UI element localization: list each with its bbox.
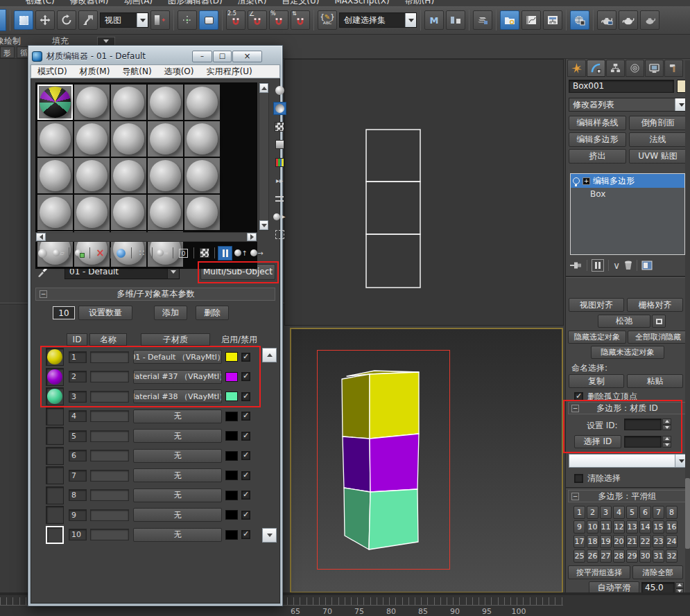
smoothing-group-button[interactable]: 21 <box>626 535 638 548</box>
shaded-box-stack[interactable] <box>291 329 562 592</box>
material-sample-slot-active[interactable] <box>37 85 73 120</box>
select-id-field[interactable] <box>624 436 662 448</box>
menu-item[interactable]: 选项(O) <box>158 66 200 78</box>
submaterial-preview[interactable] <box>46 466 64 484</box>
align-button[interactable] <box>446 10 465 30</box>
material-name-field[interactable] <box>90 509 129 521</box>
go-forward-to-sibling-button[interactable]: → <box>250 246 264 261</box>
set-id-spinner[interactable] <box>662 419 671 430</box>
add-button[interactable]: 添加 <box>154 306 187 320</box>
material-sample-slot[interactable] <box>184 85 220 120</box>
select-id-button[interactable]: 选择 ID <box>574 435 621 448</box>
material-sample-slot[interactable] <box>148 195 183 230</box>
material-sample-slot[interactable] <box>74 121 110 157</box>
smoothing-group-button[interactable]: 10 <box>587 520 598 534</box>
smoothing-group-button[interactable]: 13 <box>626 520 638 534</box>
select-scale-button[interactable] <box>78 10 98 30</box>
submaterial-color-swatch[interactable] <box>225 491 238 500</box>
close-button[interactable]: × <box>232 51 262 62</box>
panel-scrollbar[interactable] <box>685 60 690 613</box>
set-number-button[interactable]: 设置数量 <box>78 306 132 320</box>
tab-modify[interactable] <box>587 60 605 77</box>
smoothing-group-button[interactable]: 25 <box>573 549 585 563</box>
paste-button[interactable]: 粘贴 <box>627 374 683 388</box>
render-production-button[interactable] <box>619 10 638 30</box>
smoothing-group-button[interactable]: 1 <box>573 506 585 519</box>
submaterial-button[interactable]: 无 <box>133 508 222 522</box>
material-id-field[interactable]: 2 <box>69 371 87 382</box>
collapse-icon[interactable]: − <box>40 290 47 298</box>
select-manipulate-button[interactable] <box>178 10 197 30</box>
named-selection-set-dropdown[interactable]: 创建选择集 <box>339 12 417 28</box>
object-name-field[interactable]: Box001 <box>569 80 674 93</box>
submaterial-button[interactable]: Material #38 （VRayMtl） <box>133 389 222 403</box>
undo-button-partial[interactable] <box>0 9 6 31</box>
material-sample-slot[interactable] <box>111 158 146 193</box>
material-name-field[interactable] <box>90 450 129 461</box>
backlight-button[interactable] <box>273 102 286 115</box>
submaterial-color-swatch[interactable] <box>225 391 238 401</box>
rollout-multi-subobject-params[interactable]: − 多维/子对象基本参数 <box>35 288 275 301</box>
smoothing-group-button[interactable]: 7 <box>653 506 664 519</box>
submaterial-button[interactable]: 无 <box>133 528 222 542</box>
material-count-field[interactable]: 10 <box>53 306 75 319</box>
spinner-snap-button[interactable]: ⇅ <box>291 10 310 30</box>
smoothing-group-button[interactable]: 22 <box>639 535 651 548</box>
material-id-field[interactable]: 8 <box>69 489 87 501</box>
tab-display[interactable] <box>645 60 664 77</box>
scroll-right-button[interactable] <box>247 233 257 241</box>
submaterial-button[interactable]: 无 <box>133 489 222 502</box>
maximize-button[interactable]: □ <box>213 51 232 62</box>
assign-material-to-selection-button[interactable] <box>72 246 87 261</box>
viewport-front-wireframe[interactable] <box>284 59 564 326</box>
reference-coordinate-dropdown[interactable]: 视图 <box>100 12 148 28</box>
column-header-submaterial[interactable]: 子材质 <box>141 333 210 346</box>
stack-item-box[interactable]: Box <box>571 188 684 200</box>
modifier-preset-button[interactable]: 挤出 <box>569 149 626 164</box>
material-sample-slot[interactable] <box>74 85 110 120</box>
menu-item[interactable]: 渲染(R) <box>230 0 275 6</box>
go-to-parent-button[interactable]: ↑ <box>234 246 248 261</box>
sample-horizontal-scrollbar[interactable] <box>35 232 257 242</box>
material-map-navigator-button[interactable] <box>273 228 286 241</box>
material-name-field[interactable] <box>90 391 129 403</box>
material-name-field[interactable] <box>90 470 129 482</box>
submaterial-color-swatch[interactable] <box>225 412 238 421</box>
smoothing-group-button[interactable]: 5 <box>626 506 638 519</box>
snap-toggle-button[interactable]: 2.5 <box>226 10 245 30</box>
material-sample-slot[interactable] <box>111 121 146 157</box>
submaterial-color-swatch[interactable] <box>225 451 238 461</box>
video-color-check-button[interactable] <box>273 156 286 169</box>
submaterial-preview[interactable] <box>46 486 64 504</box>
material-sample-slot[interactable] <box>148 121 183 157</box>
material-sample-slot[interactable] <box>37 121 73 157</box>
menu-item[interactable]: 实用程序(U) <box>200 66 258 78</box>
unhide-all-button[interactable]: 全部取消隐藏 <box>628 331 689 344</box>
edit-named-selection-button[interactable]: {✎} ABC <box>318 10 337 30</box>
material-sample-slot[interactable] <box>184 158 220 193</box>
options-button[interactable] <box>273 192 286 205</box>
menu-item[interactable]: 修改器(M) <box>62 0 117 6</box>
smoothing-group-button[interactable]: 26 <box>587 549 598 563</box>
show-end-result-icon[interactable] <box>592 259 604 272</box>
enable-checkbox[interactable] <box>241 511 250 520</box>
mirror-button[interactable]: M <box>424 10 444 30</box>
smoothing-group-button[interactable]: 27 <box>600 549 612 563</box>
material-sample-slot[interactable] <box>111 195 146 230</box>
material-sample-slot[interactable] <box>37 195 73 230</box>
modifier-preset-button[interactable]: 编辑样条线 <box>569 116 626 130</box>
submaterial-preview[interactable] <box>46 506 64 524</box>
viewport-perspective-active[interactable] <box>290 328 563 593</box>
enable-checkbox[interactable] <box>241 412 250 421</box>
put-to-library-button[interactable]: ≡ <box>155 246 170 261</box>
sample-type-button[interactable] <box>273 84 286 97</box>
delete-isolated-vertices-checkbox[interactable] <box>574 392 583 401</box>
smoothing-group-button[interactable]: 9 <box>573 520 585 534</box>
configure-modifier-sets-icon[interactable] <box>641 261 653 270</box>
submaterial-preview[interactable] <box>46 368 64 386</box>
get-material-button[interactable] <box>35 246 50 261</box>
scroll-up-button[interactable] <box>259 83 268 93</box>
stack-item-edit-poly[interactable]: + 编辑多边形 <box>571 174 684 188</box>
rollout-polygon-smoothing-groups[interactable]: − 多边形：平滑组 <box>568 490 686 502</box>
menu-item[interactable]: 自定义(U) <box>274 0 327 6</box>
